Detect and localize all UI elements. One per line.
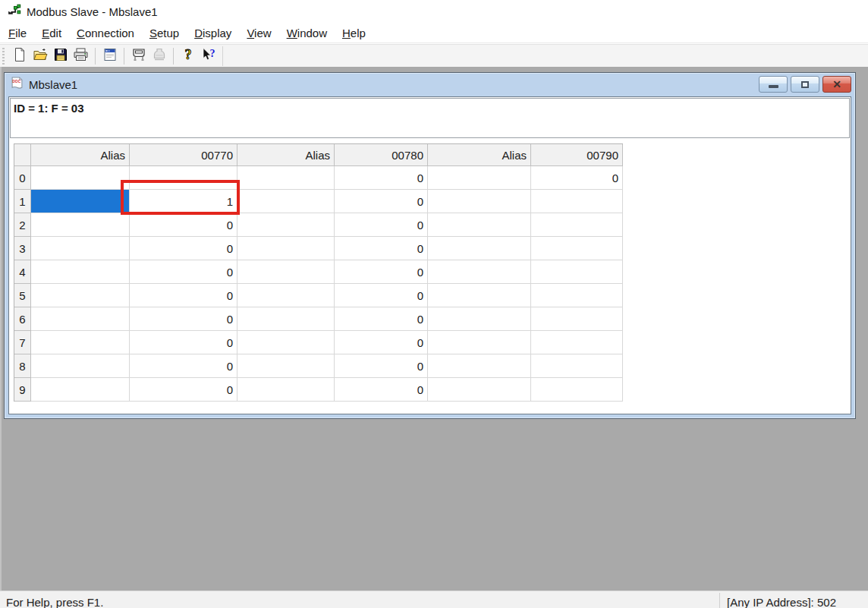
grid-cell[interactable]: [237, 307, 335, 331]
toolbar-grip[interactable]: [2, 48, 5, 65]
menu-display[interactable]: Display: [187, 24, 239, 42]
grid-cell[interactable]: [428, 166, 531, 190]
grid-cell[interactable]: [531, 190, 623, 213]
grid-cell[interactable]: 0: [335, 331, 428, 354]
save-file-button[interactable]: [51, 47, 70, 65]
grid-row-header[interactable]: 6: [14, 307, 31, 331]
grid-cell[interactable]: [130, 166, 237, 190]
grid-cell[interactable]: [31, 331, 130, 354]
grid-row-header[interactable]: 5: [14, 284, 31, 307]
grid-cell[interactable]: [531, 378, 623, 402]
grid-cell[interactable]: 0: [335, 260, 428, 284]
menu-help[interactable]: Help: [335, 24, 373, 42]
grid-cell[interactable]: [31, 307, 130, 331]
grid-column-header[interactable]: 00780: [335, 144, 428, 166]
grid-cell[interactable]: 0: [130, 237, 237, 260]
context-help-button[interactable]: ?: [199, 47, 218, 65]
grid-cell[interactable]: 0: [130, 307, 237, 331]
grid-cell[interactable]: 0: [130, 213, 237, 237]
grid-cell[interactable]: 0: [335, 284, 428, 307]
grid-cell[interactable]: 0: [335, 307, 428, 331]
grid-cell[interactable]: [428, 354, 531, 378]
grid-cell[interactable]: [31, 213, 130, 237]
grid-cell[interactable]: [531, 213, 623, 237]
minimize-button[interactable]: [759, 76, 788, 93]
grid-column-header[interactable]: Alias: [428, 144, 531, 166]
grid-cell[interactable]: [531, 331, 623, 354]
grid-cell[interactable]: [531, 237, 623, 260]
grid-cell[interactable]: [31, 237, 130, 260]
menu-setup[interactable]: Setup: [142, 24, 187, 42]
grid-cell[interactable]: [531, 354, 623, 378]
help-button[interactable]: ?: [178, 47, 197, 65]
grid-cell[interactable]: [531, 307, 623, 331]
grid-cell[interactable]: 0: [130, 260, 237, 284]
grid-cell[interactable]: 0: [335, 378, 428, 402]
grid-cell[interactable]: [237, 166, 335, 190]
grid-column-header[interactable]: Alias: [237, 144, 335, 166]
print-button[interactable]: [71, 47, 90, 65]
child-title-bar[interactable]: DOC Mbslave1 ✕: [5, 73, 855, 96]
grid-cell[interactable]: [31, 166, 130, 190]
grid-column-header[interactable]: 00790: [531, 144, 623, 166]
grid-column-header[interactable]: Alias: [31, 144, 130, 166]
grid-cell[interactable]: [531, 284, 623, 307]
grid-cell[interactable]: [237, 213, 335, 237]
grid-cell[interactable]: [237, 284, 335, 307]
grid-cell[interactable]: [31, 354, 130, 378]
grid-cell[interactable]: 0: [335, 237, 428, 260]
grid-cell[interactable]: 0: [335, 354, 428, 378]
grid-cell[interactable]: 0: [130, 378, 237, 402]
menu-window[interactable]: Window: [279, 24, 335, 42]
grid-cell[interactable]: [428, 260, 531, 284]
grid-cell[interactable]: 0: [531, 166, 623, 190]
grid-row-header[interactable]: 9: [14, 378, 31, 402]
grid-cell[interactable]: 0: [130, 284, 237, 307]
grid-cell[interactable]: 0: [335, 213, 428, 237]
grid-row-header[interactable]: 1: [14, 190, 31, 213]
grid-cell[interactable]: [428, 237, 531, 260]
grid-row-header[interactable]: 0: [14, 166, 31, 190]
grid-cell[interactable]: [237, 354, 335, 378]
grid-cell[interactable]: [428, 307, 531, 331]
grid-cell[interactable]: [31, 378, 130, 402]
connect-button[interactable]: [129, 47, 148, 65]
grid-cell[interactable]: [237, 237, 335, 260]
grid-cell[interactable]: [531, 260, 623, 284]
display-settings-button[interactable]: [100, 47, 119, 65]
grid-cell[interactable]: [237, 190, 335, 213]
toolbar-end-separator: [222, 46, 223, 66]
grid-cell[interactable]: 0: [335, 166, 428, 190]
grid-cell[interactable]: [31, 190, 130, 213]
open-file-button[interactable]: [30, 47, 49, 65]
menu-view[interactable]: View: [239, 24, 278, 42]
menu-file[interactable]: File: [1, 24, 34, 42]
grid-cell[interactable]: [428, 190, 531, 213]
grid-cell[interactable]: [237, 378, 335, 402]
grid-cell[interactable]: [237, 260, 335, 284]
restore-button[interactable]: [791, 76, 819, 93]
disconnect-button[interactable]: [149, 47, 168, 65]
grid-cell[interactable]: [428, 284, 531, 307]
mbslave-document-window[interactable]: DOC Mbslave1 ✕ ID = 1: F = 03 Alias00770…: [4, 72, 856, 419]
grid-cell[interactable]: [31, 284, 130, 307]
grid-row-header[interactable]: 2: [14, 213, 31, 237]
new-document-button[interactable]: [10, 47, 29, 65]
close-button[interactable]: ✕: [822, 76, 851, 93]
grid-row-header[interactable]: 7: [14, 331, 31, 354]
grid-cell[interactable]: [237, 331, 335, 354]
grid-row-header[interactable]: 8: [14, 354, 31, 378]
grid-cell[interactable]: 0: [335, 190, 428, 213]
grid-column-header[interactable]: 00770: [130, 144, 237, 166]
grid-cell[interactable]: [428, 213, 531, 237]
grid-row-header[interactable]: 4: [14, 260, 31, 284]
grid-cell[interactable]: 0: [130, 354, 237, 378]
grid-cell[interactable]: [428, 378, 531, 402]
grid-cell[interactable]: [31, 260, 130, 284]
grid-cell[interactable]: 0: [130, 331, 237, 354]
grid-cell[interactable]: [428, 331, 531, 354]
grid-row-header[interactable]: 3: [14, 237, 31, 260]
grid-cell[interactable]: 1: [130, 190, 237, 213]
menu-connection[interactable]: Connection: [69, 24, 142, 42]
menu-edit[interactable]: Edit: [34, 24, 69, 42]
